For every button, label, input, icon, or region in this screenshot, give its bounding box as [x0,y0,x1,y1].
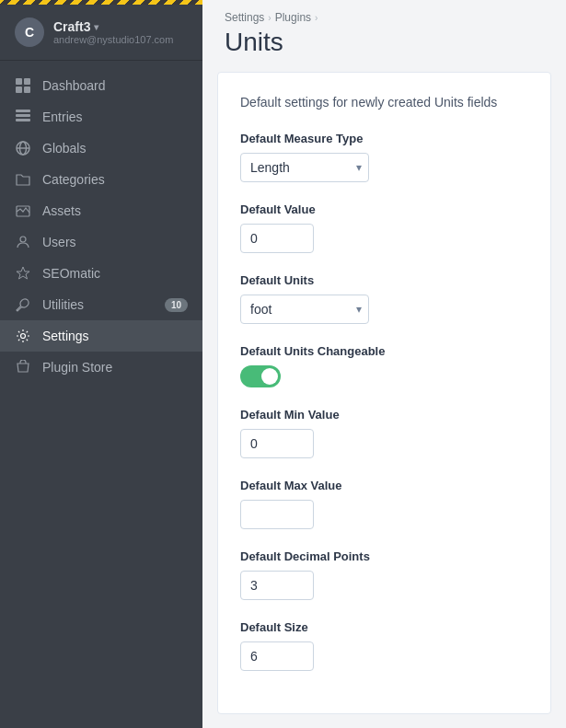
toggle-slider [240,365,281,387]
default-size-input[interactable] [240,641,314,671]
content-card: Default settings for newly created Units… [217,72,551,714]
field-max-value: Default Max Value [240,479,528,529]
default-value-input[interactable] [240,224,314,253]
sidebar: C Craft3 andrew@nystudio107.com Dashboar… [0,0,202,728]
sidebar-header: C Craft3 andrew@nystudio107.com [0,5,202,61]
field-min-value-label: Default Min Value [240,408,528,422]
svg-rect-4 [16,110,30,112]
field-decimal-points-label: Default Decimal Points [240,549,528,563]
seomatic-icon [15,265,31,282]
brand-user: andrew@nystudio107.com [53,34,173,45]
sidebar-item-plugin-store-label: Plugin Store [42,360,112,375]
svg-point-11 [20,237,26,242]
units-changeable-toggle-wrapper [240,365,281,387]
field-max-value-label: Default Max Value [240,479,528,492]
svg-rect-2 [16,87,22,93]
sidebar-item-users[interactable]: Users [0,226,202,258]
units-select[interactable]: foot meter inch centimeter yard kilomete… [240,295,369,324]
brand-name[interactable]: Craft3 [53,19,173,34]
nav-list: Dashboard Entries Globals Categories [0,61,202,728]
utilities-icon [15,296,31,313]
globals-icon [15,140,31,156]
svg-rect-1 [24,78,30,85]
min-value-input[interactable] [240,429,314,458]
sidebar-item-seomatic-label: SEOmatic [42,266,100,281]
units-select-wrapper: foot meter inch centimeter yard kilomete… [240,295,369,324]
svg-rect-5 [16,114,30,117]
units-changeable-toggle[interactable] [240,365,281,387]
breadcrumb-settings[interactable]: Settings [225,11,264,24]
sidebar-item-globals-label: Globals [42,141,86,156]
svg-rect-6 [16,119,30,121]
categories-icon [15,171,31,188]
assets-icon [15,202,31,219]
sidebar-item-entries-label: Entries [42,110,83,124]
field-default-value-label: Default Value [240,202,528,216]
sidebar-item-assets-label: Assets [42,203,81,218]
sidebar-item-seomatic[interactable]: SEOmatic [0,258,202,289]
breadcrumb-plugins[interactable]: Plugins [275,11,311,24]
main-content: Settings › Plugins › Units Default setti… [202,0,566,728]
dashboard-icon [15,77,31,94]
svg-rect-0 [16,78,22,85]
brand-info[interactable]: Craft3 andrew@nystudio107.com [53,19,173,45]
field-measure-type-label: Default Measure Type [240,132,528,145]
sidebar-item-settings-label: Settings [42,329,89,343]
measure-type-select-wrapper: Length Area Volume Weight Temperature ▾ [240,153,369,182]
field-min-value: Default Min Value [240,408,528,458]
sidebar-item-users-label: Users [42,235,76,249]
breadcrumb-sep-2: › [315,13,318,23]
field-units-changeable-label: Default Units Changeable [240,344,528,358]
field-default-size: Default Size [240,620,528,671]
avatar: C [15,17,44,47]
page-description: Default settings for newly created Units… [240,95,528,110]
decimal-points-input[interactable] [240,571,314,600]
sidebar-item-categories-label: Categories [42,172,105,187]
sidebar-item-plugin-store[interactable]: Plugin Store [0,352,202,383]
plugin-store-icon [15,359,31,376]
breadcrumb: Settings › Plugins › [202,0,566,24]
entries-icon [15,109,31,125]
svg-rect-3 [24,87,30,93]
field-default-size-label: Default Size [240,620,528,634]
field-default-units-label: Default Units [240,273,528,287]
field-default-units: Default Units foot meter inch centimeter… [240,273,528,324]
field-default-value: Default Value [240,202,528,253]
sidebar-item-settings[interactable]: Settings [0,320,202,352]
utilities-badge: 10 [165,298,188,312]
users-icon [15,234,31,250]
sidebar-item-assets[interactable]: Assets [0,195,202,226]
sidebar-item-dashboard-label: Dashboard [42,78,106,93]
page-title: Units [202,24,566,72]
sidebar-item-dashboard[interactable]: Dashboard [0,70,202,101]
measure-type-select[interactable]: Length Area Volume Weight Temperature [240,153,369,182]
breadcrumb-sep-1: › [268,13,271,23]
settings-icon [15,328,31,344]
sidebar-item-categories[interactable]: Categories [0,164,202,195]
sidebar-item-utilities-label: Utilities [42,297,84,312]
sidebar-item-globals[interactable]: Globals [0,133,202,164]
field-measure-type: Default Measure Type Length Area Volume … [240,132,528,182]
svg-point-12 [21,334,26,339]
field-units-changeable: Default Units Changeable [240,344,528,387]
sidebar-item-utilities[interactable]: Utilities 10 [0,289,202,320]
max-value-input[interactable] [240,500,314,529]
field-decimal-points: Default Decimal Points [240,549,528,600]
sidebar-item-entries[interactable]: Entries [0,101,202,133]
